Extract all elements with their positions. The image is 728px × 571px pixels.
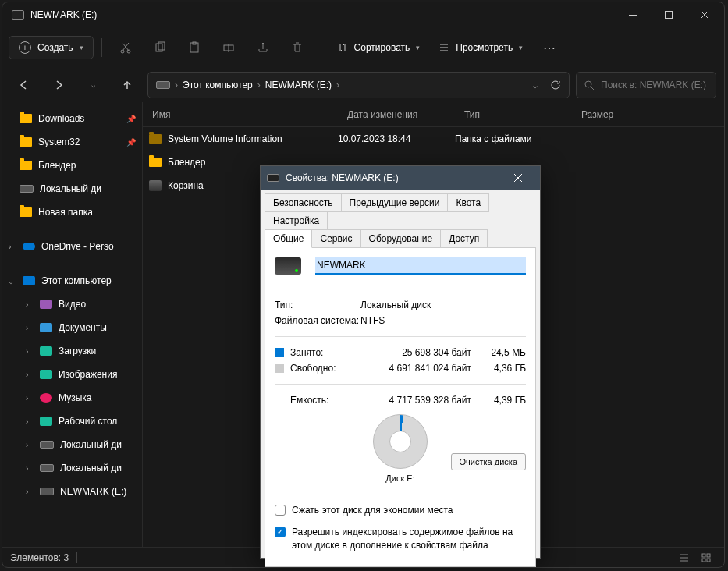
free-human: 4,36 ГБ	[479, 363, 526, 374]
file-row[interactable]: System Volume Information10.07.2023 18:4…	[143, 127, 724, 151]
used-human: 24,5 МБ	[479, 347, 526, 358]
tabs-row: БезопасностьПредыдущие версииКвотаНастро…	[261, 190, 540, 229]
sidebar-item-label: Рабочий стол	[59, 416, 117, 427]
view-button[interactable]: Просмотреть ▾	[431, 37, 531, 58]
close-button[interactable]	[687, 2, 723, 27]
up-button[interactable]	[113, 71, 141, 99]
chevron-right-icon: ›	[26, 371, 34, 379]
toolbar: + Создать ▾ Сортировать ▾ Просмотреть ▾ …	[2, 27, 724, 68]
sidebar-item[interactable]: ›Загрузки	[2, 339, 142, 363]
share-button[interactable]	[247, 34, 279, 62]
cut-button[interactable]	[110, 34, 141, 62]
sidebar-item-label: Видео	[59, 299, 86, 310]
sidebar-item[interactable]: ›NEWMARK (E:)	[2, 480, 142, 503]
breadcrumb-root[interactable]: Этот компьютер	[183, 80, 253, 90]
sidebar-item-system32[interactable]: System32📌	[2, 130, 142, 154]
address-bar: ⌵ › Этот компьютер › NEWMARK (E:) › ⌵ По…	[2, 68, 724, 102]
delete-button[interactable]	[282, 34, 313, 62]
refresh-button[interactable]	[550, 80, 561, 90]
sidebar-item-local[interactable]: Локальный ди	[2, 177, 142, 200]
separator-icon: ›	[257, 80, 261, 90]
compress-checkbox[interactable]	[275, 505, 286, 516]
paste-button[interactable]	[179, 34, 210, 62]
sidebar-item-newfolder[interactable]: Новая папка	[2, 200, 142, 224]
sidebar-item[interactable]: ›Рабочий стол	[2, 410, 142, 433]
sort-label: Сортировать	[354, 42, 410, 53]
volume-name-input[interactable]	[315, 257, 526, 275]
svg-rect-12	[702, 559, 705, 562]
chevron-right-icon: ›	[26, 347, 34, 356]
chevron-right-icon: ›	[26, 464, 34, 473]
sidebar-item[interactable]: ›Локальный ди	[2, 456, 142, 480]
svg-point-9	[585, 81, 591, 87]
column-headers: Имя Дата изменения Тип Размер	[143, 102, 724, 127]
tab[interactable]: Настройка	[265, 211, 328, 230]
drive-icon	[40, 488, 54, 495]
col-date[interactable]: Дата изменения	[338, 109, 455, 120]
back-button[interactable]	[10, 71, 38, 99]
tab[interactable]: Доступ	[440, 229, 488, 248]
sidebar-item-blender[interactable]: Блендер	[2, 154, 142, 177]
sidebar-item-label: OneDrive - Perso	[41, 241, 114, 252]
close-button[interactable]	[502, 166, 534, 190]
rename-button[interactable]	[213, 34, 244, 62]
sidebar-item-onedrive[interactable]: ›OneDrive - Perso	[2, 235, 142, 258]
disk-icon	[275, 257, 301, 275]
col-name[interactable]: Имя	[143, 109, 338, 120]
sidebar-item-thispc[interactable]: ⌵Этот компьютер	[2, 269, 142, 293]
tab[interactable]: Оборудование	[360, 229, 442, 248]
pc-icon	[23, 276, 35, 286]
tab[interactable]: Сервис	[311, 229, 360, 248]
sidebar-item[interactable]: ›Документы	[2, 316, 142, 339]
list-view-button[interactable]	[674, 550, 694, 566]
file-name: Корзина	[168, 180, 204, 191]
maximize-button[interactable]	[651, 2, 687, 27]
folder-icon	[20, 207, 32, 217]
sidebar-item[interactable]: ›Музыка	[2, 386, 142, 410]
forward-button[interactable]	[44, 71, 73, 99]
sidebar-item[interactable]: ›Изображения	[2, 363, 142, 386]
folder-icon	[20, 161, 32, 170]
grid-view-button[interactable]	[696, 550, 716, 566]
properties-dialog: Свойства: NEWMARK (E:) БезопасностьПреды…	[260, 165, 541, 559]
separator	[275, 384, 526, 385]
address-box[interactable]: › Этот компьютер › NEWMARK (E:) › ⌵	[147, 72, 570, 98]
search-box[interactable]: Поиск в: NEWMARK (E:)	[576, 72, 716, 98]
drive-icon	[20, 185, 34, 193]
tab[interactable]: Квота	[447, 193, 489, 212]
tab[interactable]: Безопасность	[265, 193, 342, 212]
copy-button[interactable]	[144, 34, 176, 62]
sidebar-item-downloads[interactable]: Downloads📌	[2, 107, 142, 130]
minimize-button[interactable]	[615, 2, 651, 27]
sort-button[interactable]: Сортировать ▾	[329, 37, 428, 58]
chevron-down-icon: ⌵	[9, 277, 16, 286]
type-label: Тип:	[275, 300, 360, 310]
chevron-right-icon: ›	[26, 417, 34, 426]
chevron-right-icon: ›	[26, 324, 34, 332]
fs-label: Файловая система:	[275, 315, 360, 326]
sidebar-item[interactable]: ›Видео	[2, 293, 142, 316]
file-name: Блендер	[168, 157, 205, 168]
col-size[interactable]: Размер	[572, 109, 724, 120]
new-button[interactable]: + Создать ▾	[9, 36, 94, 59]
disk-cleanup-button[interactable]: Очистка диска	[451, 453, 526, 470]
chevron-down-icon: ▾	[416, 44, 420, 51]
chevron-down-icon[interactable]: ⌵	[533, 81, 538, 90]
chevron-right-icon: ›	[9, 243, 16, 251]
separator	[275, 491, 526, 491]
index-checkbox[interactable]: ✓	[275, 527, 286, 537]
sidebar-item-label: Новая папка	[38, 207, 93, 218]
type-value: Локальный диск	[360, 300, 431, 310]
fs-value: NTFS	[360, 315, 385, 326]
col-type[interactable]: Тип	[455, 109, 572, 120]
breadcrumb-current[interactable]: NEWMARK (E:)	[265, 80, 332, 90]
tab[interactable]: Предыдущие версии	[341, 193, 449, 212]
tab[interactable]: Общие	[265, 229, 312, 248]
separator	[275, 289, 526, 289]
recent-button[interactable]: ⌵	[79, 71, 107, 99]
sidebar-item[interactable]: ›Локальный ди	[2, 433, 142, 456]
sidebar-item-label: Локальный ди	[40, 183, 101, 194]
new-label: Создать	[37, 42, 73, 53]
more-button[interactable]: ⋯	[534, 34, 565, 62]
used-bytes: 25 698 304 байт	[345, 347, 479, 358]
